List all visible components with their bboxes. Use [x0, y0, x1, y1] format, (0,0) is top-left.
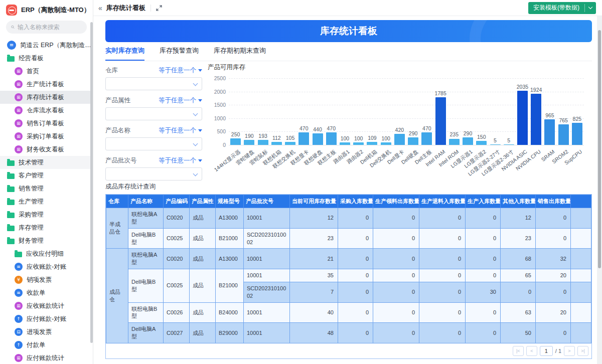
filter-select[interactable] — [105, 137, 202, 150]
bar-Dell交换机[interactable] — [381, 142, 391, 145]
page-tab-title[interactable]: 库存统计看板 — [106, 4, 145, 13]
filter-select[interactable] — [105, 167, 202, 180]
collapse-sidebar-icon[interactable]: « — [98, 4, 102, 12]
bar-联想显卡[interactable] — [298, 132, 309, 145]
sidebar-item-4[interactable]: ⊞库存统计看板 — [0, 91, 93, 104]
bar-SupCPU[interactable] — [572, 123, 582, 145]
filter-operator-link[interactable]: 等于任意一个 — [159, 66, 202, 75]
sidebar-item-12[interactable]: 生产管理 — [0, 195, 93, 208]
folder-icon — [7, 239, 15, 244]
table-cell: 成品 — [190, 323, 216, 343]
prev-page-button[interactable]: < — [526, 346, 537, 356]
sidebar-item-24[interactable]: ⊞应付账款统计 — [0, 351, 93, 364]
bar-Dell机箱[interactable] — [367, 142, 377, 145]
sidebar-item-14[interactable]: 库存管理 — [0, 221, 93, 234]
table-row[interactable]: 成品仓联想电脑A型C0020成品A13000100012100006832 — [106, 249, 591, 269]
table-cell: C0025 — [164, 228, 190, 249]
bar-雷蛇键盘[interactable] — [244, 140, 254, 145]
folder-icon — [7, 200, 15, 205]
tab-0[interactable]: 实时库存查询 — [105, 46, 144, 61]
sidebar-item-3[interactable]: ⊞生产统计看板 — [0, 78, 93, 91]
tab-2[interactable]: 库存期初期末查询 — [214, 46, 266, 61]
bar-144HZ显示器[interactable] — [230, 138, 241, 145]
bar-路由器2[interactable] — [353, 142, 364, 145]
filter-operator-link[interactable]: 等于任意一个 — [159, 126, 202, 135]
sidebar-item-6[interactable]: ⊞销售订单看板 — [0, 117, 93, 130]
table-cell: B29000 — [216, 323, 244, 343]
sidebar-item-17[interactable]: ≡应收账款-对账 — [0, 260, 93, 273]
banner-title: 库存统计看板 — [105, 20, 592, 42]
sidebar-item-15[interactable]: 财务管理 — [0, 234, 93, 247]
last-page-button[interactable]: >| — [577, 346, 588, 356]
sidebar-item-20[interactable]: ⊞应收账款统计 — [0, 299, 93, 312]
dashboard-icon: ⊞ — [15, 67, 23, 75]
table-row[interactable]: 半成品仓联想电脑A型C0020成品A1300010001120000120 — [106, 208, 591, 229]
table-cell: B21000 — [216, 269, 244, 303]
table-cell: 0 — [373, 269, 419, 282]
table-cell: 0 — [536, 208, 571, 229]
install-template-label[interactable]: 安装模板(带数据) — [528, 2, 584, 14]
bar-LG显示器2-27寸[interactable] — [490, 144, 501, 145]
table-cell: 0 — [338, 302, 373, 323]
install-template-button[interactable]: 安装模板(带数据) — [528, 2, 596, 14]
main-scrollbar-thumb[interactable] — [598, 30, 601, 268]
sidebar-scrollbar[interactable] — [90, 22, 93, 343]
dashboard-icon: ⊞ — [15, 80, 23, 88]
filter-select[interactable] — [105, 107, 202, 120]
sidebar-item-11[interactable]: 销售管理 — [0, 182, 93, 195]
filter-operator-link[interactable]: 等于任意一个 — [159, 156, 202, 165]
bar-Dell硬盘[interactable] — [408, 137, 418, 145]
sidebar-item-label: 仓库流水看板 — [27, 106, 64, 115]
sidebar-item-18[interactable]: ¥销项发票 — [0, 273, 93, 286]
sidebar-item-19[interactable]: ≡收款单 — [0, 286, 93, 299]
bar-NVIDIA CPU[interactable] — [531, 94, 541, 145]
bar-SROM2[interactable] — [558, 124, 569, 145]
pagination: |<<1/ 1>>| — [106, 343, 591, 358]
wallet-icon: ⊟ — [15, 328, 23, 336]
tab-1[interactable]: 库存预警查询 — [160, 46, 199, 61]
sidebar-item-5[interactable]: ⊞仓库流水看板 — [0, 104, 93, 117]
table-row[interactable]: Dell电脑B型C0025成品B21000100013500006520 — [106, 269, 591, 282]
table-row[interactable]: Dell电脑A型C0027成品B2900010001480000500 — [106, 323, 591, 343]
table-cell: 0 — [419, 269, 466, 282]
bar-LG显示器2-36寸[interactable] — [504, 144, 514, 145]
sidebar-item-1[interactable]: 经营看板 — [0, 52, 93, 65]
page-number-input[interactable]: 1 — [540, 346, 553, 356]
sidebar-item-7[interactable]: ⊞采购订单看板 — [0, 130, 93, 143]
main-content: 库存统计看板 实时库存查询库存预警查询库存期初期末查询 仓库等于任意一个产品属性… — [93, 16, 602, 364]
bar-Intel ROM[interactable] — [449, 139, 460, 145]
filter-operator-link[interactable]: 等于任意一个 — [159, 96, 202, 105]
sidebar-item-8[interactable]: ⊞财务收支看板 — [0, 143, 93, 156]
search-input[interactable] — [18, 24, 82, 31]
sidebar-item-13[interactable]: 采购管理 — [0, 208, 93, 221]
filter-operator-text: 等于任意一个 — [159, 126, 196, 135]
table-cell: 0 — [419, 282, 466, 302]
table-cell: 50 — [501, 323, 536, 343]
sidebar-item-label: 应收应付明细 — [26, 250, 64, 258]
sidebar-item-16[interactable]: 应收应付明细 — [0, 247, 93, 260]
sidebar-item-9[interactable]: 技术管理 — [0, 156, 93, 169]
table-cell: C0026 — [164, 302, 190, 323]
sidebar-item-2[interactable]: ⊞首页 — [0, 65, 93, 78]
sidebar-item-22[interactable]: ⊟进项发票 — [0, 325, 93, 338]
filter-select[interactable] — [105, 77, 202, 90]
bar-Intel RAM[interactable] — [435, 97, 446, 145]
install-dropdown-button[interactable] — [585, 2, 596, 14]
bar-NVIDIA ASIC[interactable] — [517, 91, 528, 145]
bar-路由器1[interactable] — [340, 142, 350, 145]
sidebar-item-0[interactable]: ≡简道云 ERP（离散制造-MTO） — [0, 39, 93, 52]
sidebar-item-21[interactable]: ↑应付账款-对账 — [0, 312, 93, 325]
table-row[interactable]: 联想电脑B型C0026成品B24000100014000006320 — [106, 302, 591, 323]
first-page-button[interactable]: |< — [513, 346, 524, 356]
next-page-button[interactable]: > — [564, 346, 575, 356]
sidebar-item-10[interactable]: 客户管理 — [0, 169, 93, 182]
bar-Dell主板[interactable] — [421, 132, 432, 145]
sidebar-item-23[interactable]: ↑付款单 — [0, 338, 93, 351]
fullscreen-icon[interactable] — [156, 5, 162, 11]
table-row[interactable]: Dell电脑B型C0025成品B21000SCD2023101000223000… — [106, 228, 591, 249]
sidebar-search[interactable] — [6, 21, 87, 34]
bar-联想硬盘[interactable] — [313, 133, 323, 145]
bar-联想机箱[interactable] — [271, 142, 282, 145]
bar-联想交换机[interactable] — [285, 142, 295, 145]
table-cell: 0 — [373, 323, 419, 343]
